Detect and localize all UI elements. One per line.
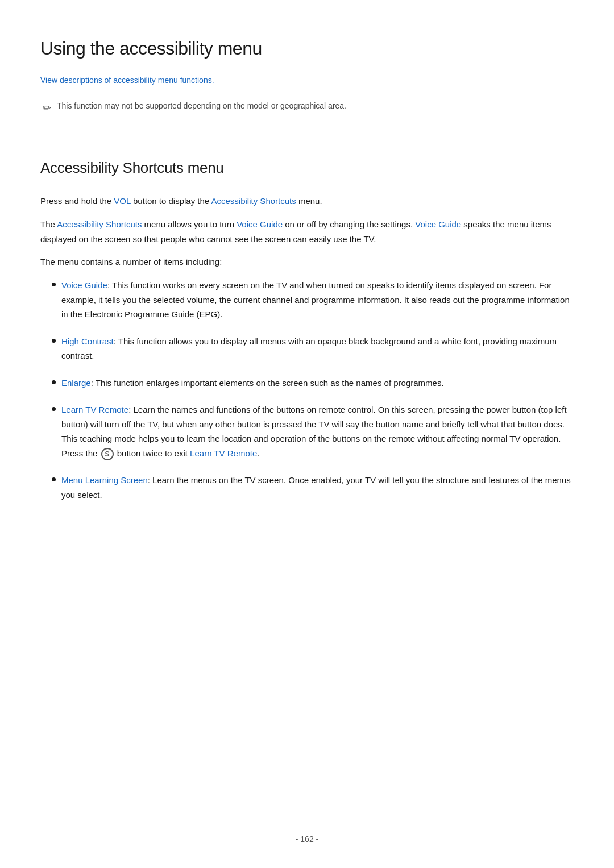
desc-2: This function enlarges important element… [96, 378, 444, 388]
intro1-after: menu. [296, 196, 322, 206]
note-text: This function may not be supported depen… [57, 99, 346, 112]
page-container: Using the accessibility menu View descri… [0, 0, 614, 868]
list-item-content: Learn TV Remote: Learn the names and fun… [61, 402, 574, 460]
list-item-content: Voice Guide: This function works on ever… [61, 278, 574, 322]
subtitle-link[interactable]: View descriptions of accessibility menu … [40, 74, 214, 86]
intro1-middle: button to display the [131, 196, 211, 206]
page-number: - 162 - [0, 833, 614, 845]
high-contrast-term[interactable]: High Contrast [61, 337, 114, 346]
section-title: Accessibility Shortcuts menu [40, 156, 574, 180]
pencil-icon: ✏ [43, 100, 51, 117]
list-item-content: Enlarge: This function enlarges importan… [61, 376, 574, 391]
list-item-content: Menu Learning Screen: Learn the menus on… [61, 473, 574, 502]
voice-guide-link-2[interactable]: Voice Guide [415, 219, 461, 229]
desc-0: This function works on every screen on t… [61, 280, 570, 319]
bullet-dot [52, 339, 56, 343]
bullet-dot [52, 380, 56, 384]
bullet-dot [52, 283, 56, 286]
list-item: Enlarge: This function enlarges importan… [52, 376, 574, 391]
divider [40, 139, 574, 139]
voice-guide-term[interactable]: Voice Guide [61, 280, 107, 290]
accessibility-shortcuts-link-1[interactable]: Accessibility Shortcuts [211, 196, 296, 206]
intro1-before-vol: Press and hold the [40, 196, 114, 206]
list-item: Menu Learning Screen: Learn the menus on… [52, 473, 574, 502]
period-3: . [257, 448, 259, 458]
colon-2: : [91, 378, 96, 388]
bullet-dot [52, 407, 56, 411]
intro2-middle2: on or off by changing the settings. [283, 219, 415, 229]
accessibility-shortcuts-link-2[interactable]: Accessibility Shortcuts [57, 219, 142, 229]
colon-0: : [107, 280, 112, 290]
list-item: High Contrast: This function allows you … [52, 334, 574, 363]
voice-guide-link-1[interactable]: Voice Guide [237, 219, 283, 229]
enlarge-term[interactable]: Enlarge [61, 378, 91, 388]
page-title: Using the accessibility menu [40, 34, 574, 63]
learn-tv-remote-term-2[interactable]: Learn TV Remote [190, 448, 257, 458]
intro2-middle: menu allows you to turn [142, 219, 237, 229]
intro2-before: The [40, 219, 57, 229]
list-item: Voice Guide: This function works on ever… [52, 278, 574, 322]
learn-tv-remote-term[interactable]: Learn TV Remote [61, 405, 128, 414]
vol-link[interactable]: VOL [114, 196, 130, 206]
list-intro: The menu contains a number of items incl… [40, 255, 574, 269]
samsung-button-icon: S [101, 448, 114, 460]
bullet-list: Voice Guide: This function works on ever… [52, 278, 574, 502]
note-box: ✏ This function may not be supported dep… [40, 99, 574, 117]
list-item: Learn TV Remote: Learn the names and fun… [52, 402, 574, 460]
bullet-dot [52, 477, 56, 481]
colon-4: : [148, 475, 152, 485]
desc-3-after: button twice to exit [115, 448, 190, 458]
colon-1: : [114, 337, 118, 346]
desc-1: This function allows you to display all … [61, 337, 557, 361]
list-item-content: High Contrast: This function allows you … [61, 334, 574, 363]
intro-paragraph-2: The Accessibility Shortcuts menu allows … [40, 217, 574, 246]
intro-paragraph-1: Press and hold the VOL button to display… [40, 194, 574, 209]
menu-learning-screen-term[interactable]: Menu Learning Screen [61, 475, 148, 485]
